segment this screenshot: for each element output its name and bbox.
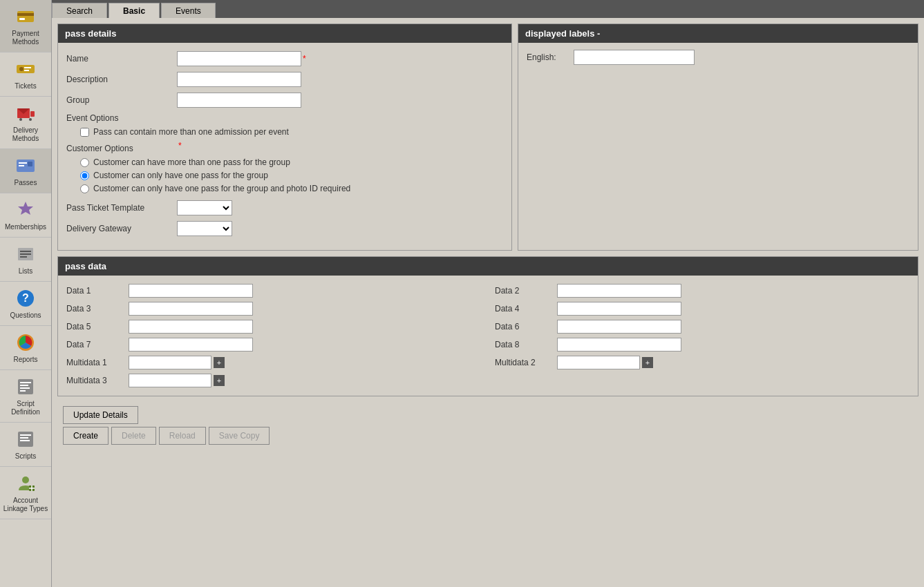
pass-ticket-template-row: Pass Ticket Template [66, 200, 503, 215]
sidebar-label-reports: Reports [13, 356, 37, 364]
delivery-gateway-row: Delivery Gateway [66, 221, 503, 236]
group-input[interactable] [177, 93, 301, 108]
multidata-2-input[interactable] [557, 356, 640, 369]
memberships-icon [15, 199, 37, 221]
svg-rect-5 [24, 67, 31, 68]
data-2-input[interactable] [557, 284, 681, 298]
multidata-3-plus-button[interactable]: + [214, 375, 225, 386]
data-6-input[interactable] [557, 320, 681, 334]
name-row: Name * [66, 51, 503, 66]
multidata-1-plus-button[interactable]: + [214, 357, 225, 368]
sidebar-item-passes[interactable]: Passes [0, 149, 51, 193]
group-label: Group [66, 95, 177, 105]
multidata-1-input[interactable] [129, 356, 211, 369]
pass-details-panel: pass details Name * Description [57, 23, 512, 251]
update-details-button[interactable]: Update Details [63, 406, 138, 424]
sidebar-label-passes: Passes [15, 179, 37, 187]
data-3-row: Data 3 [66, 302, 481, 316]
data-8-input[interactable] [557, 338, 681, 352]
data-8-row: Data 8 [495, 338, 909, 352]
event-options-checkbox[interactable] [80, 128, 89, 137]
english-input[interactable] [574, 50, 695, 65]
svg-rect-27 [20, 387, 30, 389]
multidata-3-row: Multidata 3 + [66, 374, 481, 387]
tab-search[interactable]: Search [52, 3, 107, 18]
data-6-label: Data 6 [495, 322, 557, 331]
data-6-row: Data 6 [495, 320, 909, 334]
payment-icon [15, 6, 37, 28]
customer-options-heading: Customer Options [66, 144, 177, 153]
svg-rect-26 [20, 385, 28, 386]
data-7-row: Data 7 [66, 338, 481, 352]
svg-rect-24 [18, 379, 33, 394]
description-row: Description [66, 72, 503, 87]
sidebar-item-memberships[interactable]: Memberships [0, 193, 51, 238]
svg-rect-3 [17, 65, 35, 73]
svg-text:?: ? [22, 292, 29, 304]
data-1-label: Data 1 [66, 286, 129, 296]
data-2-label: Data 2 [495, 286, 557, 296]
name-required: * [303, 54, 306, 64]
svg-point-10 [19, 118, 22, 121]
multidata-2-row: Multidata 2 + [495, 356, 909, 369]
main-content: Search Basic Events pass details Name [52, 0, 924, 587]
sidebar-item-payment-methods[interactable]: Payment Methods [0, 0, 51, 52]
sidebar-label-delivery-methods: Delivery Methods [3, 126, 48, 143]
sidebar-label-tickets: Tickets [15, 82, 36, 90]
sidebar-item-account-linkage-types[interactable]: Account Linkage Types [0, 467, 51, 519]
delivery-gateway-select[interactable] [177, 221, 232, 236]
data-8-label: Data 8 [495, 340, 557, 349]
description-input[interactable] [177, 72, 301, 87]
group-row: Group [66, 93, 503, 108]
delete-button[interactable]: Delete [111, 427, 156, 445]
save-copy-button[interactable]: Save Copy [209, 427, 270, 445]
data-5-row: Data 5 [66, 320, 481, 334]
create-button[interactable]: Create [63, 427, 109, 445]
sidebar-item-lists[interactable]: Lists [0, 238, 51, 282]
data-5-input[interactable] [129, 320, 253, 334]
sidebar-item-tickets[interactable]: Tickets [0, 52, 51, 97]
svg-point-11 [29, 118, 32, 121]
customer-radio-1[interactable] [80, 158, 89, 167]
bottom-bar: Update Details Create Delete Reload Save… [57, 402, 918, 449]
event-options-heading: Event Options [66, 113, 503, 123]
name-input[interactable] [177, 51, 301, 66]
pass-data-grid: Data 1 Data 2 Data 3 Data 4 [58, 276, 918, 396]
pass-details-body: Name * Description Group Ev [58, 43, 511, 250]
passes-icon [15, 155, 37, 177]
radio-row-2: Customer can only have one pass for the … [80, 171, 503, 180]
data-4-input[interactable] [557, 302, 681, 316]
sidebar-label-script-definition: Script Definition [3, 400, 48, 416]
data-1-row: Data 1 [66, 284, 481, 298]
sidebar-label-memberships: Memberships [5, 223, 46, 231]
script-def-icon [15, 376, 37, 398]
svg-rect-20 [20, 256, 27, 258]
svg-rect-1 [17, 13, 34, 16]
data-3-input[interactable] [129, 302, 253, 316]
tab-basic[interactable]: Basic [109, 3, 160, 18]
svg-rect-18 [20, 251, 31, 252]
pass-ticket-template-select[interactable] [177, 200, 232, 215]
reload-button[interactable]: Reload [159, 427, 206, 445]
data-1-input[interactable] [129, 284, 253, 298]
sidebar-item-reports[interactable]: Reports [0, 326, 51, 370]
tab-events[interactable]: Events [161, 3, 216, 18]
customer-radio-3[interactable] [80, 184, 89, 193]
pass-data-header: pass data [58, 257, 918, 276]
data-4-row: Data 4 [495, 302, 909, 316]
sidebar-item-questions[interactable]: ? Questions [0, 282, 51, 326]
pass-data-panel: pass data Data 1 Data 2 Data 3 [57, 256, 918, 396]
svg-rect-32 [20, 440, 30, 441]
customer-radio-2-label: Customer can only have one pass for the … [93, 171, 268, 180]
radio-row-3: Customer can only have one pass for the … [80, 184, 503, 193]
multidata-3-input[interactable] [129, 374, 211, 387]
svg-rect-9 [30, 111, 35, 117]
event-options-checkbox-label: Pass can contain more than one admission… [93, 127, 289, 137]
sidebar-item-delivery-methods[interactable]: Delivery Methods [0, 97, 51, 149]
multidata-2-plus-button[interactable]: + [642, 357, 653, 368]
sidebar-item-scripts[interactable]: Scripts [0, 423, 51, 467]
customer-radio-2[interactable] [80, 171, 89, 180]
data-7-input[interactable] [129, 338, 253, 352]
sidebar-item-script-definition[interactable]: Script Definition [0, 370, 51, 423]
sidebar-label-payment-methods: Payment Methods [3, 30, 48, 46]
